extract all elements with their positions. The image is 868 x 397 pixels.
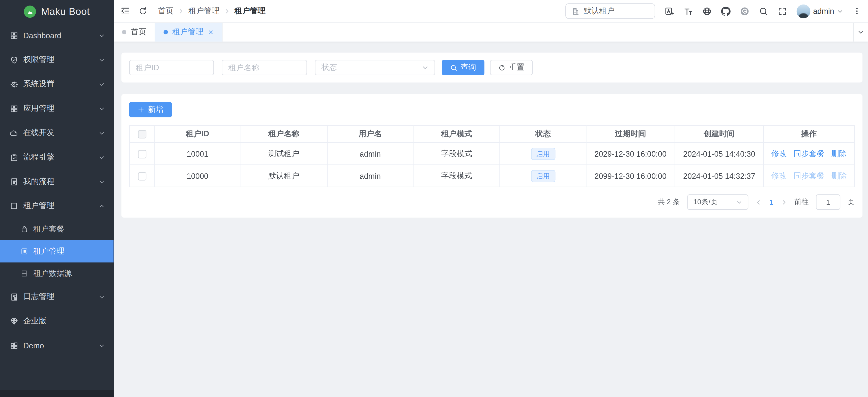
next-page-icon[interactable] — [781, 199, 787, 205]
sidebar-menu: Dashboard 权限管理 系统设置 应用管理 在线开发 — [0, 23, 114, 397]
row-checkbox[interactable] — [138, 172, 146, 180]
sidebar-item-tenant-package[interactable]: 租户套餐 — [0, 218, 114, 240]
page-number[interactable]: 1 — [769, 198, 773, 206]
refresh-button[interactable] — [138, 6, 148, 16]
search-icon[interactable] — [759, 6, 768, 15]
close-icon[interactable] — [208, 29, 214, 35]
sync-package-link-disabled[interactable]: 同步套餐 — [793, 171, 825, 181]
gear-icon — [10, 80, 19, 89]
server-icon — [21, 269, 28, 277]
sync-package-link[interactable]: 同步套餐 — [793, 148, 825, 159]
cell-username: admin — [327, 165, 413, 187]
tenant-table: 租户ID 租户名称 用户名 租户模式 状态 过期时间 创建时间 操作 — [129, 125, 855, 187]
reset-button[interactable]: 重置 — [490, 60, 533, 75]
app-title: Maku Boot — [41, 6, 90, 18]
shield-check-icon — [10, 56, 19, 64]
tab-bar: 首页 租户管理 — [114, 22, 868, 42]
font-size-icon[interactable] — [683, 6, 693, 15]
delete-link[interactable]: 删除 — [831, 148, 847, 159]
sidebar-item-enterprise[interactable]: 企业版 — [0, 309, 114, 333]
search-icon — [450, 64, 458, 71]
user-menu[interactable]: admin — [796, 4, 843, 18]
sidebar-item-tenant-datasource[interactable]: 租户数据源 — [0, 263, 114, 285]
collapse-sidebar-button[interactable] — [120, 6, 130, 16]
sidebar-item-permissions[interactable]: 权限管理 — [0, 47, 114, 72]
tab-overflow-button[interactable] — [853, 23, 868, 41]
status-select-placeholder: 状态 — [321, 63, 337, 72]
breadcrumb-home[interactable]: 首页 — [158, 6, 174, 16]
sidebar-item-my-process[interactable]: 我的流程 — [0, 169, 114, 194]
chevron-down-icon — [837, 8, 843, 14]
table-header-row: 租户ID 租户名称 用户名 租户模式 状态 过期时间 创建时间 操作 — [129, 126, 855, 142]
tenant-name-input[interactable] — [222, 60, 307, 75]
cell-created: 2024-01-05 14:32:37 — [675, 165, 764, 187]
chevron-down-icon — [99, 57, 105, 63]
fullscreen-icon[interactable] — [777, 6, 787, 15]
chevron-down-icon — [99, 130, 105, 136]
avatar — [796, 4, 810, 18]
chevron-down-icon — [99, 294, 105, 300]
clipboard-check-icon — [10, 153, 19, 162]
main-area: 首页 租户管理 租户管理 默认租户 ad — [114, 0, 868, 397]
breadcrumb-parent[interactable]: 租户管理 — [188, 6, 219, 16]
pagination: 共 2 条 10条/页 1 前往 页 — [129, 194, 855, 210]
globe-icon[interactable] — [702, 6, 712, 15]
chevron-up-icon — [99, 203, 105, 209]
sidebar-item-tenant-management[interactable]: 租户管理 — [0, 194, 114, 218]
gitee-icon[interactable] — [740, 6, 749, 15]
chevron-down-icon — [422, 64, 429, 71]
row-checkbox[interactable] — [138, 150, 146, 158]
grid-icon — [10, 104, 19, 112]
table-wrapper: 租户ID 租户名称 用户名 租户模式 状态 过期时间 创建时间 操作 — [129, 125, 855, 187]
sidebar-item-system-settings[interactable]: 系统设置 — [0, 72, 114, 97]
cell-tenant-id: 10001 — [154, 142, 241, 165]
sidebar-footer-strip — [0, 390, 114, 397]
sidebar-item-tenant-manage-active[interactable]: 租户管理 — [0, 240, 114, 263]
bag-icon — [21, 226, 28, 233]
tab-tenant-management[interactable]: 租户管理 — [155, 23, 223, 41]
chevron-down-icon — [99, 81, 105, 87]
chevron-down-icon — [736, 199, 742, 205]
goto-page-input[interactable] — [816, 194, 840, 210]
status-select[interactable]: 状态 — [315, 60, 435, 75]
sidebar-item-online-dev[interactable]: 在线开发 — [0, 121, 114, 145]
cell-tenant-id: 10000 — [154, 165, 241, 187]
sidebar-item-workflow-engine[interactable]: 流程引擎 — [0, 145, 114, 169]
chevron-down-icon — [858, 29, 864, 35]
cloud-icon — [10, 129, 19, 137]
app-logo[interactable]: Maku Boot — [0, 0, 114, 23]
add-button[interactable]: 新增 — [129, 102, 172, 118]
diamond-icon — [10, 317, 19, 325]
col-created: 创建时间 — [675, 126, 764, 142]
demo-grid-icon — [10, 341, 19, 350]
refresh-icon — [498, 64, 506, 71]
github-icon[interactable] — [721, 6, 730, 15]
page-size-select[interactable]: 10条/页 — [687, 194, 748, 210]
sidebar-item-demo[interactable]: Demo — [0, 333, 114, 358]
more-menu-icon[interactable] — [852, 6, 862, 16]
sidebar-item-log-management[interactable]: 日志管理 — [0, 285, 114, 309]
cell-expire: 2029-12-30 16:00:00 — [586, 142, 675, 165]
prev-page-icon[interactable] — [755, 199, 761, 205]
tenant-id-input[interactable] — [129, 60, 214, 75]
table-card: 新增 租户ID 租户名称 用户名 租户模 — [121, 94, 863, 218]
breadcrumb-current: 租户管理 — [235, 6, 266, 16]
sidebar-item-dashboard[interactable]: Dashboard — [0, 23, 114, 47]
tenant-select-value: 默认租户 — [584, 6, 615, 16]
tab-home[interactable]: 首页 — [114, 23, 155, 41]
select-all-checkbox[interactable] — [138, 130, 146, 138]
edit-link-disabled[interactable]: 修改 — [771, 171, 787, 181]
page-content: 状态 查询 重置 新增 — [114, 42, 868, 397]
delete-link-disabled[interactable]: 删除 — [831, 171, 847, 181]
tab-dot — [163, 30, 168, 34]
translate-icon[interactable] — [664, 6, 674, 15]
status-badge: 启用 — [531, 170, 555, 182]
chevron-down-icon — [99, 342, 105, 349]
tenant-select[interactable]: 默认租户 — [565, 3, 655, 19]
sidebar-item-app-management[interactable]: 应用管理 — [0, 96, 114, 121]
grid-icon — [10, 31, 19, 39]
chevron-down-icon — [99, 105, 105, 111]
cell-tenant-name: 默认租户 — [241, 165, 327, 187]
query-button[interactable]: 查询 — [442, 60, 485, 75]
edit-link[interactable]: 修改 — [771, 148, 787, 159]
